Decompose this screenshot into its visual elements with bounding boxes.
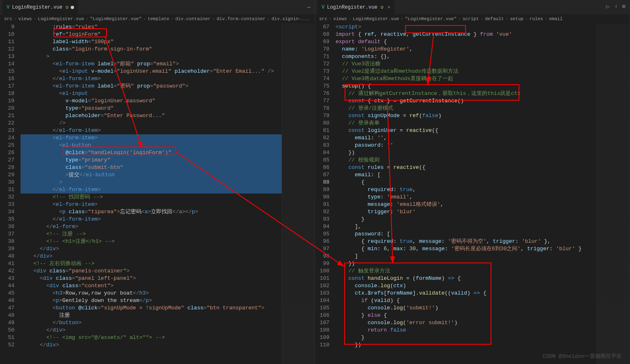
editor-right[interactable]: 6768697071727374757677787980818283848586… — [315, 23, 630, 364]
line-gutter: 6768697071727374757677787980818283848586… — [315, 23, 336, 364]
vue-icon: V — [7, 5, 9, 10]
tab-name: LoginRegister.vue — [12, 5, 62, 10]
vue-icon: V — [322, 5, 324, 10]
top-actions: ▷ ⫞ ⊞ — [606, 3, 625, 10]
editor-pane-left: V LoginRegister.vue U ⋯ src›views›LoginR… — [0, 0, 315, 364]
editor-left[interactable]: 9101112131415161718192021222324252627282… — [0, 23, 315, 364]
tab-bar-left: V LoginRegister.vue U ⋯ — [0, 0, 315, 14]
code-area[interactable]: <script>import { ref, reactive, getCurre… — [336, 23, 597, 364]
watermark: CSDN @Sheldon一蓑烟雨任平生 — [543, 352, 622, 360]
run-icon[interactable]: ▷ — [606, 3, 609, 10]
more-icon[interactable]: ⋯ — [307, 4, 310, 11]
minimap-left[interactable] — [282, 23, 315, 364]
tab-right[interactable]: V LoginRegister.vue U ✕ — [317, 0, 394, 14]
breadcrumb-right[interactable]: src›views›LoginRegister.vue›"LoginRegist… — [315, 14, 630, 23]
breadcrumb-left[interactable]: src›views›LoginRegister.vue›"LoginRegist… — [0, 14, 315, 23]
grid-icon[interactable]: ⊞ — [622, 3, 625, 10]
editor-pane-right: ▷ ⫞ ⊞ V LoginRegister.vue U ✕ src›views›… — [315, 0, 630, 364]
tab-modified: U — [66, 5, 69, 10]
tab-left[interactable]: V LoginRegister.vue U — [2, 0, 78, 14]
tab-name: LoginRegister.vue — [327, 5, 377, 10]
split-icon[interactable]: ⫞ — [614, 3, 617, 10]
tab-dirty-icon[interactable] — [71, 6, 74, 9]
minimap-right[interactable] — [597, 23, 630, 364]
tab-actions-left: ⋯ — [307, 4, 315, 11]
tab-bar-right: V LoginRegister.vue U ✕ — [315, 0, 630, 14]
close-icon[interactable]: ✕ — [387, 4, 390, 10]
tab-modified: U — [381, 5, 384, 10]
code-area[interactable]: :rules="rules" ref="loginForm" label-wid… — [21, 23, 282, 364]
line-gutter: 9101112131415161718192021222324252627282… — [0, 23, 21, 364]
